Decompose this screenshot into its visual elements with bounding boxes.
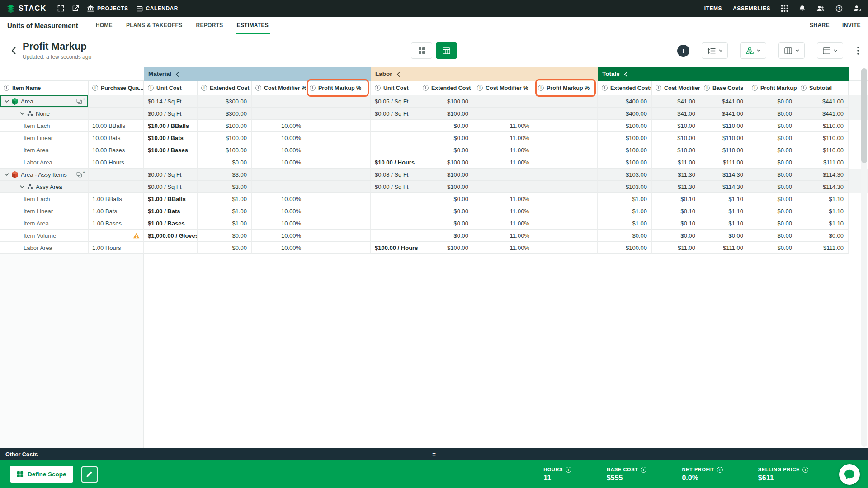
columns-button[interactable] [778, 42, 805, 59]
grid-cell[interactable]: $0.00 [198, 230, 252, 242]
table-row[interactable]: Item Linear1.00 Bats$1.00 / Bats$1.0010.… [0, 205, 868, 217]
grid-cell[interactable]: $0.10 [652, 193, 700, 205]
grid-cell[interactable]: $110.00 [797, 144, 849, 156]
invite-button[interactable]: INVITE [842, 22, 861, 28]
grid-cell[interactable]: $0.00 [419, 132, 473, 144]
row-height-button[interactable] [702, 42, 728, 59]
back-button[interactable] [6, 46, 22, 56]
tab-estimates[interactable]: ESTIMATES [233, 17, 272, 34]
column-header[interactable]: iUnit Cost [371, 81, 419, 95]
grid-cell[interactable]: $0.00 [748, 132, 797, 144]
grid-cell[interactable]: $0.00 [419, 230, 473, 242]
grid-cell[interactable]: $0.00 [748, 144, 797, 156]
purchase-quantity-cell[interactable]: 1.00 Bases [89, 217, 144, 230]
grid-cell[interactable]: $1,000.00 / Gloves [144, 230, 198, 242]
grid-cell[interactable] [473, 95, 534, 108]
grid-cell[interactable]: $300.00 [198, 108, 252, 120]
grid-cell[interactable] [473, 108, 534, 120]
grid-cell[interactable]: $0.00 [652, 230, 700, 242]
grid-cell[interactable]: $1.10 [797, 193, 849, 205]
chevron-down-icon[interactable] [20, 185, 24, 188]
table-row[interactable]: Item Volume$1,000.00 / Gloves$0.0010.00%… [0, 230, 868, 242]
help-icon[interactable]: ? [835, 5, 843, 12]
account-settings-icon[interactable] [854, 5, 862, 12]
edit-scope-button[interactable] [81, 466, 98, 483]
table-row[interactable]: Item Each10.00 BBalls$10.00 / BBalls$100… [0, 120, 868, 132]
collapse-chevron-icon[interactable] [175, 72, 179, 77]
grid-cell[interactable]: $0.00 / Sq Ft [144, 108, 198, 120]
grid-cell[interactable] [306, 156, 371, 169]
more-options-kebab-icon[interactable] [855, 45, 861, 56]
grid-cell[interactable]: 11.00% [473, 242, 534, 254]
grid-cell[interactable]: $10.00 / Hours [371, 156, 419, 169]
grid-cell[interactable]: $114.30 [700, 169, 748, 181]
column-header[interactable]: iPurchase Qua... [89, 81, 144, 95]
fullscreen-icon[interactable] [57, 5, 64, 12]
card-view-button[interactable] [411, 42, 432, 59]
grid-cell[interactable]: $10.00 / Bats [144, 132, 198, 144]
define-scope-button[interactable]: Define Scope [10, 466, 73, 483]
grid-cell[interactable] [306, 108, 371, 120]
grid-cell[interactable]: $441.00 [700, 108, 748, 120]
purchase-quantity-cell[interactable]: 1.00 BBalls [89, 193, 144, 205]
grid-cell[interactable] [306, 169, 371, 181]
grid-cell[interactable]: $0.00 [748, 95, 797, 108]
grid-cell[interactable]: $0.00 / Sq Ft [371, 181, 419, 193]
grid-cell[interactable]: $0.00 [419, 144, 473, 156]
grid-cell[interactable] [252, 108, 306, 120]
item-name-cell[interactable]: Item Each [0, 193, 89, 205]
grid-cell[interactable]: $0.00 [419, 205, 473, 217]
grid-cell[interactable]: $100.00 [419, 242, 473, 254]
grid-cell[interactable]: $0.00 / Sq Ft [371, 108, 419, 120]
table-row[interactable]: Labor Area10.00 Hours$0.0010.00%$10.00 /… [0, 156, 868, 169]
grid-cell[interactable]: $100.00 [419, 169, 473, 181]
column-header[interactable]: iExtended Cost [198, 81, 252, 95]
grid-cell[interactable]: $110.00 [797, 132, 849, 144]
grid-cell[interactable]: $10.00 [652, 144, 700, 156]
item-name-cell[interactable]: Labor Area [0, 156, 89, 169]
nav-assemblies[interactable]: ASSEMBLIES [733, 5, 770, 12]
group-by-button[interactable] [740, 42, 766, 59]
grid-cell[interactable]: 10.00% [252, 132, 306, 144]
tab-home[interactable]: HOME [92, 17, 116, 34]
grid-cell[interactable] [534, 108, 598, 120]
grid-cell[interactable] [534, 242, 598, 254]
chevron-down-icon[interactable] [5, 173, 9, 176]
grid-cell[interactable]: $0.00 [419, 193, 473, 205]
grid-cell[interactable]: $1.00 [598, 205, 652, 217]
grid-cell[interactable] [534, 217, 598, 230]
scrollbar-thumb[interactable] [861, 68, 867, 163]
grid-cell[interactable]: $11.00 [652, 242, 700, 254]
grid-cell[interactable]: $0.14 / Sq Ft [144, 95, 198, 108]
grid-cell[interactable]: $0.00 [748, 242, 797, 254]
grid-cell[interactable]: $111.00 [797, 156, 849, 169]
grid-cell[interactable]: $100.00 [198, 120, 252, 132]
table-row[interactable]: Item Linear10.00 Bats$10.00 / Bats$100.0… [0, 132, 868, 144]
purchase-quantity-cell[interactable] [89, 181, 144, 193]
grid-cell[interactable] [252, 95, 306, 108]
grid-cell[interactable]: $0.00 [748, 230, 797, 242]
column-header[interactable]: iProfit Markup % [534, 81, 598, 95]
item-name-cell[interactable]: Assy Area [0, 181, 89, 193]
item-name-cell[interactable]: Item Volume [0, 230, 89, 242]
grid-cell[interactable] [371, 205, 419, 217]
grid-cell[interactable]: $0.00 [748, 156, 797, 169]
grid-cell[interactable]: $100.00 [198, 144, 252, 156]
saved-views-button[interactable] [817, 42, 843, 59]
grid-cell[interactable] [306, 242, 371, 254]
grid-cell[interactable] [534, 144, 598, 156]
grid-cell[interactable]: $0.00 [598, 230, 652, 242]
grid-cell[interactable]: $114.30 [797, 181, 849, 193]
tab-plans-takeoffs[interactable]: PLANS & TAKEOFFS [123, 17, 186, 34]
grid-cell[interactable] [306, 120, 371, 132]
purchase-quantity-cell[interactable] [89, 108, 144, 120]
users-icon[interactable] [816, 5, 825, 12]
grid-cell[interactable]: $114.30 [797, 169, 849, 181]
grid-cell[interactable]: $300.00 [198, 95, 252, 108]
grid-cell[interactable]: $100.00 [419, 181, 473, 193]
grid-cell[interactable]: $100.00 [598, 120, 652, 132]
grid-cell[interactable]: $1.00 [198, 205, 252, 217]
grid-cell[interactable]: $100.00 [419, 108, 473, 120]
grid-cell[interactable]: $0.00 [797, 230, 849, 242]
grid-cell[interactable]: $441.00 [797, 95, 849, 108]
